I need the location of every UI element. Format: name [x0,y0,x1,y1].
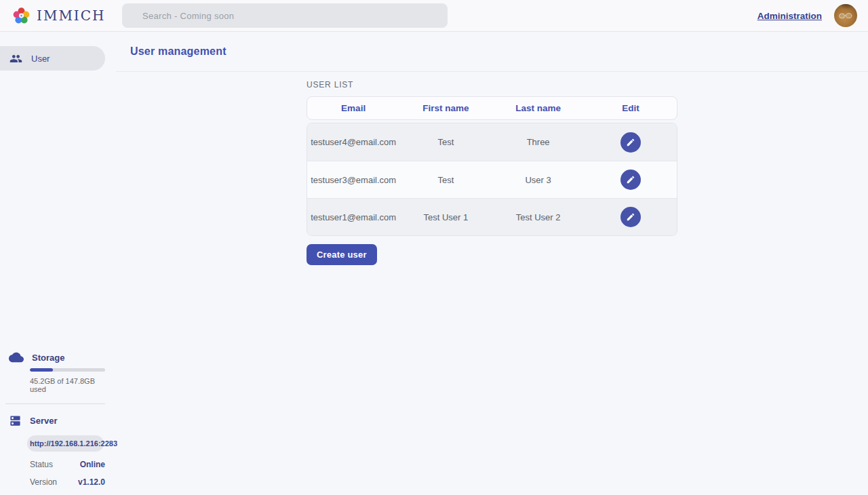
user-table-body: testuser4@email.com Test Three testuser3… [307,123,677,236]
server-url-badge: http://192.168.1.216:2283 [27,435,104,452]
glasses-icon [839,13,852,19]
user-email: testuser1@email.com [307,212,399,222]
server-section-header: Server [0,414,116,427]
storage-section-header: Storage [0,352,116,363]
top-bar: IMMICH Administration [0,0,868,32]
administration-link[interactable]: Administration [757,11,822,21]
table-row: testuser3@email.com Test User 3 [307,161,677,198]
users-group-icon [9,52,22,65]
storage-usage-text: 45.2GB of 147.8GB used [30,377,105,393]
edit-user-button[interactable] [620,170,641,190]
user-table-header: Email First name Last name Edit [307,96,677,120]
server-version-row: Version v1.12.0 [30,469,105,487]
pencil-icon [626,138,635,147]
version-value: v1.12.0 [78,477,105,487]
table-row: testuser1@email.com Test User 1 Test Use… [307,198,677,235]
pencil-icon [626,212,635,222]
version-label: Version [30,477,57,487]
user-avatar[interactable] [834,4,857,27]
edit-user-button[interactable] [620,207,641,227]
sidebar: User Storage 45.2GB of 147.8GB used [0,32,116,495]
table-row: testuser4@email.com Test Three [307,123,677,161]
sidebar-item-user-label: User [31,54,50,64]
status-value: Online [80,460,105,469]
column-header-last-name: Last name [492,103,585,113]
user-last-name: Three [492,137,585,147]
sidebar-item-user[interactable]: User [0,46,105,71]
main-content: User management USER LIST Email First na… [116,32,868,495]
section-title: USER LIST [307,80,677,90]
cloud-icon [9,352,24,363]
user-email: testuser3@email.com [307,175,399,185]
app-logo[interactable]: IMMICH [0,7,122,25]
server-status-row: Status Online [30,452,105,469]
column-header-email: Email [307,103,399,113]
storage-progress-fill [30,368,53,372]
pencil-icon [626,175,635,184]
user-email: testuser4@email.com [307,137,399,147]
sidebar-footer: Storage 45.2GB of 147.8GB used Server ht… [0,352,116,487]
user-last-name: Test User 2 [492,212,585,222]
server-icon [9,414,22,427]
user-last-name: User 3 [492,175,585,185]
status-label: Status [30,460,53,469]
column-header-first-name: First name [399,103,492,113]
storage-title: Storage [32,353,64,363]
edit-user-button[interactable] [620,132,641,153]
user-first-name: Test [399,175,492,185]
storage-progress-bar [30,368,105,372]
user-first-name: Test User 1 [399,212,492,222]
create-user-button[interactable]: Create user [307,244,377,265]
sidebar-divider [5,403,105,404]
user-first-name: Test [399,137,492,147]
column-header-edit: Edit [585,103,677,113]
page-header: User management [116,32,868,72]
app-name: IMMICH [37,7,106,24]
user-list-section: USER LIST Email First name Last name Edi… [307,80,677,265]
search-input[interactable] [122,3,448,28]
immich-flower-icon [12,7,31,25]
page-title: User management [130,45,226,58]
server-title: Server [30,416,57,426]
